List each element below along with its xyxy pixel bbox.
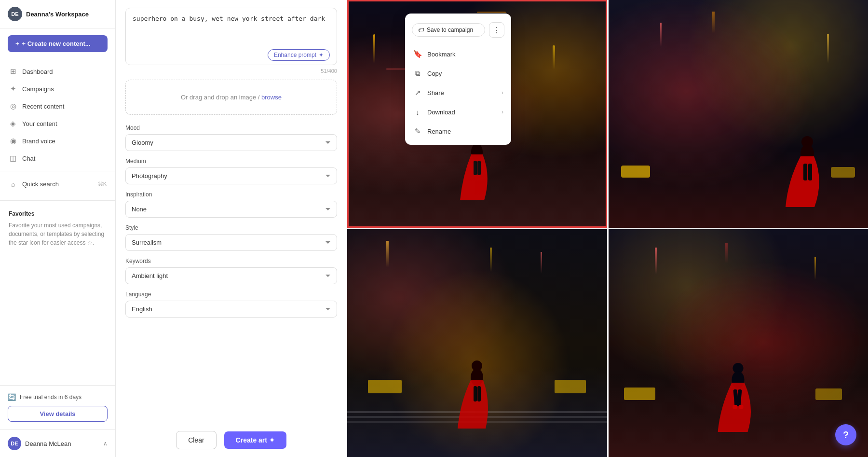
medium-group: Medium Photography: [125, 158, 337, 184]
svg-rect-2: [474, 161, 477, 175]
inspiration-group: Inspiration None: [125, 191, 337, 218]
prompt-character-count: 51/400: [116, 65, 347, 74]
your-content-icon: ◈: [9, 119, 17, 128]
sidebar-bottom: 🔄 Free trial ends in 6 days View details: [0, 385, 115, 429]
svg-rect-3: [477, 161, 481, 175]
sidebar-item-dashboard[interactable]: ⊞ Dashboard: [0, 63, 115, 80]
medium-select[interactable]: Photography: [125, 167, 337, 184]
sidebar: DE Deanna's Workspace + + Create new con…: [0, 0, 116, 457]
sidebar-item-label: Quick search: [22, 180, 59, 188]
create-new-content-button[interactable]: + + Create new content...: [8, 35, 108, 52]
save-to-campaign-button[interactable]: 🏷 Save to campaign: [412, 23, 485, 37]
language-label: Language: [125, 291, 337, 298]
bookmark-label: Bookmark: [427, 51, 456, 58]
create-art-label: Create art ✦: [236, 436, 275, 444]
sidebar-header: DE Deanna's Workspace: [0, 0, 115, 28]
sidebar-item-chat[interactable]: ◫ Chat: [0, 150, 115, 167]
sidebar-item-label: Chat: [22, 155, 35, 162]
drag-drop-text: Or drag and drop an image /: [181, 94, 261, 101]
sidebar-item-quick-search[interactable]: ⌕ Quick search ⌘K: [0, 175, 115, 193]
workspace-title: Deanna's Workspace: [26, 11, 89, 18]
copy-label: Copy: [427, 70, 442, 77]
main-panel: Enhance prompt ✦ 51/400 Or drag and drop…: [116, 0, 347, 457]
campaigns-icon: ✦: [9, 84, 17, 93]
brand-voice-icon: ◉: [9, 137, 17, 145]
form-section: Mood Gloomy Medium Photography Inspirati…: [116, 121, 347, 423]
context-menu: 🏷 Save to campaign ⋮ 🔖 Bookmark ⧉: [405, 14, 511, 145]
favorites-section: Favorites Favorite your most used campai…: [0, 205, 115, 253]
rename-menu-item[interactable]: ✎ Rename: [405, 122, 511, 141]
sidebar-item-brand-voice[interactable]: ◉ Brand voice: [0, 132, 115, 150]
image-cell-4[interactable]: [609, 229, 868, 457]
share-menu-item[interactable]: ↗ Share ›: [405, 83, 511, 102]
prompt-input[interactable]: [133, 14, 330, 43]
image-grid-panel: 🏷 Save to campaign ⋮ 🔖 Bookmark ⧉: [347, 0, 868, 457]
chevron-up-icon[interactable]: ∧: [103, 440, 108, 447]
svg-rect-17: [739, 405, 743, 409]
prompt-area: Enhance prompt ✦: [125, 8, 337, 65]
main-nav: ⊞ Dashboard ✦ Campaigns ◎ Recent content…: [0, 59, 115, 196]
style-label: Style: [125, 224, 337, 231]
trial-banner: 🔄 Free trial ends in 6 days: [8, 393, 108, 401]
sidebar-item-your-content[interactable]: ◈ Your content: [0, 115, 115, 132]
search-icon: ⌕: [9, 180, 17, 188]
keywords-group: Keywords Ambient light: [125, 258, 337, 284]
sidebar-item-recent-content[interactable]: ◎ Recent content: [0, 97, 115, 115]
user-avatar: DE: [8, 437, 21, 450]
workspace-avatar: DE: [8, 7, 22, 21]
svg-rect-16: [732, 405, 737, 409]
style-select[interactable]: Surrealism: [125, 234, 337, 251]
language-group: Language English: [125, 291, 337, 318]
more-options-button[interactable]: ⋮: [489, 22, 504, 38]
keywords-label: Keywords: [125, 258, 337, 264]
image-grid: 🏷 Save to campaign ⋮ 🔖 Bookmark ⧉: [347, 0, 868, 457]
user-name: Deanna McLean: [25, 440, 71, 447]
mood-select[interactable]: Gloomy: [125, 134, 337, 151]
drag-drop-zone[interactable]: Or drag and drop an image / browse: [125, 80, 337, 115]
rename-icon: ✎: [413, 126, 422, 136]
svg-rect-10: [474, 386, 477, 402]
sidebar-item-label: Recent content: [22, 103, 64, 110]
image-cell-2[interactable]: [609, 0, 868, 228]
share-label: Share: [427, 89, 444, 97]
mood-label: Mood: [125, 125, 337, 131]
help-button[interactable]: ?: [835, 424, 856, 445]
svg-rect-6: [803, 164, 807, 180]
enhance-prompt-button[interactable]: Enhance prompt ✦: [268, 49, 330, 61]
share-chevron-icon: ›: [502, 89, 503, 96]
view-details-button[interactable]: View details: [8, 406, 108, 422]
dropdown-header: 🏷 Save to campaign ⋮: [405, 17, 511, 44]
sidebar-item-label: Dashboard: [22, 68, 53, 75]
clear-button[interactable]: Clear: [176, 431, 216, 449]
favorites-title: Favorites: [9, 210, 107, 217]
sparkle-icon: ✦: [319, 52, 324, 58]
favorites-description: Favorite your most used campaigns, docum…: [9, 221, 107, 247]
recent-content-icon: ◎: [9, 102, 17, 111]
bookmark-menu-item[interactable]: 🔖 Bookmark: [405, 44, 511, 64]
action-bar: Clear Create art ✦: [116, 423, 347, 457]
keywords-select[interactable]: Ambient light: [125, 267, 337, 284]
svg-rect-7: [808, 164, 812, 180]
inspiration-select[interactable]: None: [125, 201, 337, 218]
more-icon: ⋮: [493, 26, 501, 35]
trial-text: Free trial ends in 6 days: [20, 394, 81, 401]
style-group: Style Surrealism: [125, 224, 337, 251]
language-select[interactable]: English: [125, 301, 337, 318]
image-cell-3[interactable]: [347, 229, 607, 457]
create-btn-label: + Create new content...: [22, 40, 91, 47]
image-cell-1[interactable]: 🏷 Save to campaign ⋮ 🔖 Bookmark ⧉: [347, 0, 607, 228]
chat-icon: ◫: [9, 154, 17, 163]
svg-rect-11: [477, 386, 481, 402]
help-label: ?: [843, 429, 849, 441]
browse-link[interactable]: browse: [261, 94, 282, 101]
create-art-button[interactable]: Create art ✦: [224, 431, 286, 449]
mood-group: Mood Gloomy: [125, 125, 337, 151]
bookmark-icon: 🔖: [413, 49, 422, 59]
sidebar-item-campaigns[interactable]: ✦ Campaigns: [0, 80, 115, 97]
copy-icon: ⧉: [413, 69, 422, 78]
enhance-label: Enhance prompt: [274, 52, 316, 58]
share-icon: ↗: [413, 88, 422, 97]
user-footer: DE Deanna McLean ∧: [0, 429, 115, 457]
download-menu-item[interactable]: ↓ Download ›: [405, 102, 511, 122]
copy-menu-item[interactable]: ⧉ Copy: [405, 64, 511, 83]
